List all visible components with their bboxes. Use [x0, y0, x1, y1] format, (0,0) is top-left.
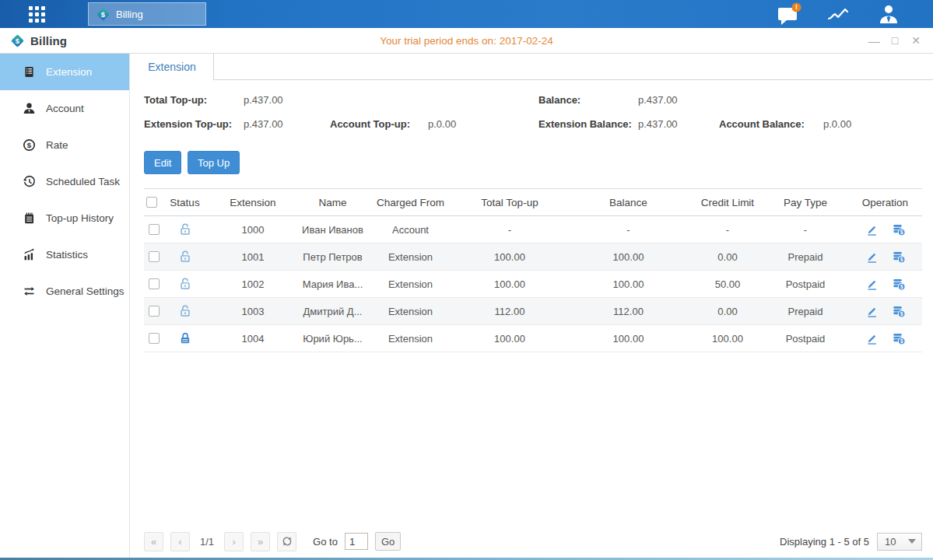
edit-pencil-icon[interactable]	[865, 332, 879, 345]
cell-charged-from: Extension	[366, 298, 455, 325]
page-size-select[interactable]: 10	[877, 533, 922, 551]
page-indicator: 1/1	[200, 536, 214, 548]
open-padlock-icon[interactable]	[178, 277, 192, 291]
svg-text:$: $	[101, 9, 106, 18]
dollar-coin-icon: $	[23, 138, 36, 152]
transfer-arrows-icon	[23, 285, 36, 298]
table-row[interactable]: 1002Мария Ива...Extension100.00100.0050.…	[144, 271, 922, 298]
total-topup-value: p.437.00	[244, 94, 283, 106]
cell-credit-limit: 0.00	[693, 298, 763, 325]
edit-pencil-icon[interactable]	[865, 305, 879, 318]
open-padlock-icon[interactable]	[178, 250, 192, 264]
cell-credit-limit: 50.00	[693, 271, 763, 298]
cell-balance: 100.00	[564, 243, 693, 271]
refresh-button[interactable]	[277, 532, 296, 551]
refresh-icon	[282, 536, 293, 547]
sidebar-item-rate[interactable]: $ Rate	[0, 127, 129, 163]
balance-value: p.437.00	[638, 94, 678, 106]
sidebar-item-topup-history[interactable]: Top-up History	[0, 200, 129, 236]
row-checkbox[interactable]	[149, 333, 160, 344]
cell-balance: 100.00	[564, 325, 693, 352]
sidebar-item-label: Account	[46, 103, 84, 114]
cell-credit-limit: -	[693, 216, 763, 243]
svg-text:$: $	[900, 284, 903, 290]
cell-name: Петр Петров	[300, 243, 366, 271]
person-icon	[23, 102, 36, 115]
account-topup-value: p.0.00	[428, 118, 456, 130]
extension-balance-value: p.437.00	[638, 118, 678, 130]
first-page-button[interactable]: «	[144, 532, 163, 551]
column-header: Operation	[848, 189, 922, 216]
cell-charged-from: Extension	[366, 271, 455, 298]
table-row[interactable]: 1004Юрий Юрь...Extension100.00100.00100.…	[144, 325, 922, 352]
column-header: Pay Type	[763, 189, 848, 216]
cell-total-topup: 112.00	[455, 298, 564, 325]
row-checkbox[interactable]	[149, 278, 160, 289]
close-button[interactable]: ✕	[911, 35, 921, 46]
open-padlock-icon[interactable]	[178, 304, 192, 318]
topup-coins-icon[interactable]: $	[892, 250, 906, 264]
table-row[interactable]: 1003Дмитрий Д...Extension112.00112.000.0…	[144, 298, 922, 325]
maximize-button[interactable]: □	[892, 35, 898, 46]
edit-pencil-icon[interactable]	[865, 278, 879, 291]
resource-monitor-icon[interactable]	[826, 3, 852, 25]
cell-name: Иван Иванов	[300, 216, 366, 243]
select-all-checkbox[interactable]	[146, 197, 157, 208]
column-header: Status	[163, 189, 206, 216]
edit-pencil-icon[interactable]	[865, 223, 879, 236]
sidebar: Extension Account $ Rate Scheduled Task	[0, 54, 130, 558]
topup-coins-icon[interactable]: $	[892, 278, 906, 291]
row-checkbox[interactable]	[149, 224, 160, 235]
account-balance-value: p.0.00	[823, 118, 851, 130]
closed-padlock-icon[interactable]	[178, 331, 192, 345]
sidebar-item-statistics[interactable]: Statistics	[0, 236, 129, 273]
sidebar-item-general-settings[interactable]: General Settings	[0, 273, 129, 310]
cell-total-topup: 100.00	[455, 271, 564, 298]
table-row[interactable]: 1000Иван ИвановAccount---- $	[144, 216, 922, 243]
topup-coins-icon[interactable]: $	[892, 305, 906, 318]
go-button[interactable]: Go	[375, 532, 401, 551]
svg-text:!: !	[795, 3, 798, 11]
next-page-button[interactable]: ›	[224, 532, 244, 551]
svg-text:$: $	[16, 36, 20, 44]
svg-text:$: $	[900, 229, 903, 236]
user-account-icon[interactable]	[875, 3, 902, 25]
total-topup-label: Total Top-up:	[144, 94, 207, 106]
edit-button[interactable]: Edit	[144, 151, 181, 174]
tab-extension[interactable]: Extension	[131, 54, 214, 80]
apps-grid-icon[interactable]	[29, 6, 51, 23]
balance-label: Balance:	[538, 94, 580, 106]
edit-pencil-icon[interactable]	[865, 250, 879, 264]
row-checkbox[interactable]	[149, 306, 160, 317]
extension-balance-label: Extension Balance:	[538, 118, 632, 130]
topup-coins-icon[interactable]: $	[892, 332, 906, 345]
table-row[interactable]: 1001Петр ПетровExtension100.00100.000.00…	[144, 243, 922, 271]
displaying-text: Displaying 1 - 5 of 5	[780, 536, 869, 548]
page-size-value: 10	[885, 536, 896, 548]
sidebar-item-extension[interactable]: Extension	[0, 54, 129, 90]
sidebar-item-account[interactable]: Account	[0, 90, 129, 127]
last-page-button[interactable]: »	[251, 532, 270, 551]
column-header: Balance	[564, 189, 693, 216]
billing-app-tab[interactable]: $ Billing	[88, 2, 206, 26]
cell-pay-type: Postpaid	[763, 271, 848, 298]
row-checkbox[interactable]	[149, 251, 160, 262]
prev-page-button[interactable]: ‹	[170, 532, 190, 551]
goto-page-input[interactable]	[345, 533, 368, 550]
cell-charged-from: Extension	[366, 243, 455, 271]
cell-extension: 1003	[206, 298, 300, 325]
minimize-button[interactable]: —	[868, 35, 879, 47]
topup-button[interactable]: Top Up	[188, 151, 240, 174]
topup-coins-icon[interactable]: $	[892, 223, 906, 236]
cell-charged-from: Extension	[366, 325, 455, 352]
sidebar-item-scheduled-task[interactable]: Scheduled Task	[0, 163, 129, 200]
account-balance-label: Account Balance:	[719, 118, 805, 130]
notebook-icon	[23, 212, 36, 225]
column-header: Charged From	[366, 189, 455, 216]
sidebar-item-label: Extension	[46, 66, 92, 78]
main-content: Extension Total Top-up: p.437.00 Balance…	[131, 54, 933, 558]
extension-topup-value: p.437.00	[244, 118, 283, 130]
open-padlock-icon[interactable]	[178, 222, 192, 236]
bar-chart-icon	[23, 248, 36, 261]
messages-icon[interactable]: !	[776, 3, 802, 25]
